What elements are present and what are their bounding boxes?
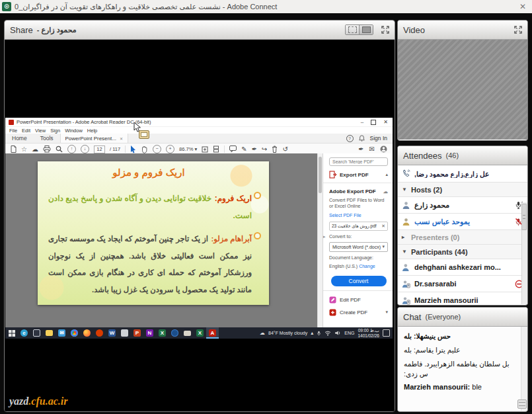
host-row-2[interactable]: یموحد عباس نسب bbox=[398, 214, 527, 230]
taskbar-excel[interactable]: X bbox=[156, 327, 169, 339]
tab-document[interactable]: PowerPoint Present... ✕ bbox=[60, 134, 128, 143]
taskbar-powerpoint[interactable]: P bbox=[131, 327, 143, 339]
sign-in-button[interactable]: Sign In bbox=[370, 135, 387, 142]
acrobat-maximize-button[interactable] bbox=[371, 120, 376, 125]
share-fullscreen-icon[interactable] bbox=[381, 26, 389, 34]
pdf-document-area[interactable]: اریک فروم و مزلو اریک فروم: خلاقیت توانا… bbox=[5, 153, 323, 327]
chat-scrollbar-grip[interactable] bbox=[517, 399, 527, 409]
weather-status[interactable]: 84°F Mostly cloudy bbox=[268, 331, 307, 335]
tab-home[interactable]: Home bbox=[5, 135, 34, 142]
star-favorites-icon[interactable]: ☆ bbox=[21, 146, 27, 153]
export-collapse-icon[interactable]: ▴ bbox=[385, 172, 388, 177]
tray-chevron-icon[interactable]: ▴ bbox=[311, 330, 313, 336]
tray-wifi-icon[interactable] bbox=[324, 330, 331, 336]
share-view-actual-icon[interactable] bbox=[359, 25, 373, 34]
menu-file[interactable]: File bbox=[9, 128, 17, 134]
taskbar-file-explorer[interactable] bbox=[43, 327, 56, 339]
email-icon[interactable]: ✉ bbox=[369, 146, 375, 153]
menu-help[interactable]: Help bbox=[87, 128, 97, 134]
taskbar-office[interactable] bbox=[93, 327, 106, 339]
chat-messages[interactable]: حس ینیشهلا: بله علیم یترا یقاسم: بله بل … bbox=[398, 327, 527, 411]
hand-tool-icon[interactable] bbox=[141, 145, 148, 153]
window-close-button[interactable]: ✕ bbox=[519, 2, 526, 11]
taskbar-globe-app[interactable] bbox=[169, 327, 181, 339]
selected-file-chip[interactable]: 23 روش های خلاقیت.pdf ✕ bbox=[329, 222, 388, 231]
previous-page-icon[interactable]: ↑ bbox=[67, 145, 76, 153]
document-scrollbar-thumb[interactable] bbox=[319, 157, 322, 193]
help-icon[interactable]: ? bbox=[346, 135, 354, 142]
fill-sign-icon[interactable]: ✒ bbox=[358, 146, 363, 153]
create-pdf-caret-icon[interactable]: ▾ bbox=[385, 310, 388, 315]
zoom-out-icon[interactable]: − bbox=[153, 145, 161, 153]
participant-row[interactable]: Marzieh mansourii bbox=[398, 292, 527, 306]
change-language-link[interactable]: Change bbox=[359, 264, 375, 269]
taskbar-mail[interactable]: ✉ bbox=[56, 327, 68, 339]
fit-width-icon[interactable] bbox=[202, 146, 208, 153]
start-button[interactable] bbox=[5, 327, 18, 339]
attendees-scrollbar-thumb[interactable] bbox=[521, 204, 527, 230]
select-tool-icon[interactable] bbox=[130, 145, 136, 153]
participants-section-header[interactable]: ▼ Participants (44) bbox=[398, 245, 527, 259]
account-person-icon[interactable] bbox=[380, 145, 387, 153]
tray-mic-icon[interactable] bbox=[317, 330, 321, 337]
tab-document-close-icon[interactable]: ✕ bbox=[120, 136, 123, 141]
select-pdf-file-link[interactable]: Select PDF File bbox=[329, 212, 388, 218]
taskbar-printer-app[interactable] bbox=[181, 327, 194, 339]
participant-row[interactable]: dehghani ashkezari mo... bbox=[398, 259, 527, 276]
presenters-collapse-icon[interactable]: ▸ bbox=[402, 234, 407, 240]
hosts-collapse-icon[interactable]: ▼ bbox=[402, 186, 407, 192]
taskbar-store[interactable] bbox=[30, 327, 43, 339]
tab-tools[interactable]: Tools bbox=[34, 135, 60, 142]
menu-sign[interactable]: Sign bbox=[50, 128, 60, 134]
edit-pdf-tool[interactable]: Edit PDF bbox=[329, 296, 388, 304]
comment-icon[interactable] bbox=[229, 145, 237, 153]
taskbar-word[interactable]: W bbox=[106, 327, 118, 339]
page-number-input[interactable]: 12 bbox=[94, 145, 105, 153]
menu-view[interactable]: View bbox=[35, 128, 46, 134]
menu-window[interactable]: Window bbox=[65, 128, 83, 134]
trash-icon[interactable] bbox=[272, 145, 278, 153]
action-center-icon[interactable] bbox=[383, 329, 390, 337]
taskbar-document[interactable] bbox=[118, 327, 131, 339]
taskbar-onenote[interactable]: N bbox=[143, 327, 156, 339]
pencil-annotate-icon[interactable]: ✎ bbox=[241, 146, 247, 153]
participants-collapse-icon[interactable]: ▼ bbox=[402, 249, 407, 255]
attendees-scrollbar[interactable] bbox=[521, 202, 527, 304]
hosts-section-header[interactable]: ▼ Hosts (2) bbox=[398, 183, 527, 197]
panel-collapse-icon[interactable]: ▸ bbox=[323, 234, 326, 239]
taskbar-edge[interactable]: e bbox=[18, 327, 30, 339]
fill-sign-tool-icon[interactable]: ✒ bbox=[252, 146, 257, 153]
participant-row[interactable]: Dr.sarsarabi bbox=[398, 276, 527, 292]
acrobat-close-button[interactable]: ✕ bbox=[383, 119, 388, 125]
taskbar-chrome[interactable] bbox=[68, 327, 81, 339]
zoom-level-dropdown[interactable]: 86.7% ▾ bbox=[179, 146, 197, 152]
tray-clock[interactable]: 09:00 ب.ظ 1401/02/26 bbox=[358, 328, 379, 339]
format-select[interactable]: Microsoft Word (*.docx) ▾ bbox=[329, 242, 388, 252]
language-indicator[interactable]: ENG bbox=[344, 331, 354, 335]
acrobat-minimize-button[interactable]: – bbox=[361, 119, 363, 125]
print-icon[interactable] bbox=[43, 145, 51, 153]
video-fullscreen-icon[interactable] bbox=[514, 26, 522, 34]
taskbar-firefox[interactable] bbox=[81, 327, 93, 339]
tray-speaker-icon[interactable] bbox=[334, 330, 341, 336]
chat-scrollbar[interactable] bbox=[521, 327, 527, 411]
send-share-icon[interactable]: ↪ bbox=[262, 146, 267, 153]
document-scrollbar[interactable] bbox=[317, 153, 323, 327]
menu-edit[interactable]: Edit bbox=[22, 128, 30, 134]
search-icon[interactable] bbox=[56, 145, 63, 153]
share-view-toggle[interactable] bbox=[345, 24, 373, 35]
taskbar-adobe-reader-active[interactable]: A bbox=[206, 327, 219, 339]
notifications-bell-icon[interactable] bbox=[359, 135, 365, 142]
taskbar-excel-file[interactable]: X bbox=[194, 327, 206, 339]
save-file-icon[interactable] bbox=[11, 145, 17, 153]
presenters-section-header[interactable]: ▸ Presenters (0) bbox=[398, 230, 527, 245]
host-row-1[interactable]: محمود زارع bbox=[398, 197, 527, 214]
export-pdf-tool-row[interactable]: Export PDF ▴ bbox=[329, 171, 388, 179]
cloud-share-icon[interactable]: ☁ bbox=[32, 146, 38, 153]
undo-icon[interactable]: ↺ bbox=[282, 146, 287, 153]
share-view-fit-icon[interactable] bbox=[346, 25, 359, 34]
remove-file-icon[interactable]: ✕ bbox=[381, 224, 385, 229]
next-page-icon[interactable]: ↓ bbox=[81, 145, 89, 153]
zoom-in-icon[interactable]: + bbox=[166, 145, 174, 153]
create-pdf-tool[interactable]: Create PDF ▾ bbox=[329, 309, 388, 316]
